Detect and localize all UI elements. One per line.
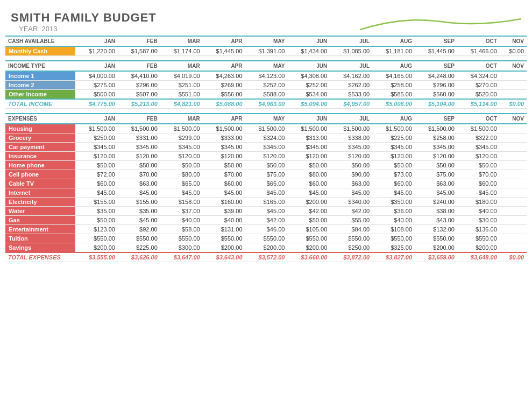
col-aug: AUG — [372, 36, 415, 46]
other-income-label: Other Income — [5, 90, 75, 100]
monthly-cash-feb: $1,587.00 — [118, 46, 160, 56]
col-may: MAY — [245, 36, 288, 46]
col-jan: JAN — [75, 36, 118, 46]
cash-available-label: CASH AVAILABLE — [5, 36, 75, 46]
expense-label-10: Gas — [5, 216, 75, 225]
expense-row-housing: Housing$1,500.00$1,500.00$1,500.00$1,500… — [5, 124, 527, 133]
income1-label: Income 1 — [5, 71, 75, 81]
other-income-row: Other Income $500.00 $507.00 $551.00 $55… — [5, 90, 527, 100]
total-income-row: TOTAL INCOME $4,775.00 $5,213.00 $4,821.… — [5, 99, 527, 109]
expenses-table: EXPENSES JAN FEB MAR APR MAY JUN JUL AUG… — [5, 113, 527, 262]
expense-row-cell-phone: Cell phone$72.00$70.00$80.00$70.00$75.00… — [5, 170, 527, 179]
col-oct: OCT — [457, 36, 500, 46]
monthly-cash-row: Monthly Cash $1,220.00 $1,587.00 $1,174.… — [5, 46, 527, 56]
expenses-label: EXPENSES — [5, 114, 75, 124]
expense-label-4: Home phone — [5, 161, 75, 170]
total-expenses-row: TOTAL EXPENSES$3,555.00$3,626.00$3,647.0… — [5, 252, 527, 262]
expense-label-3: Insurance — [5, 152, 75, 161]
monthly-cash-label: Monthly Cash — [5, 46, 75, 56]
expense-row-gas: Gas$50.00$45.00$40.00$40.00$42.00$50.00$… — [5, 216, 527, 225]
expense-label-6: Cable TV — [5, 179, 75, 188]
col-feb: FEB — [118, 36, 160, 46]
expense-row-internet: Internet$45.00$45.00$45.00$45.00$45.00$4… — [5, 188, 527, 198]
monthly-cash-oct: $1,466.00 — [457, 46, 500, 56]
monthly-cash-aug: $1,181.00 — [372, 46, 415, 56]
col-mar: MAR — [160, 36, 203, 46]
expense-label-1: Grocery — [5, 133, 75, 143]
expense-label-11: Entertainment — [5, 225, 75, 234]
income-header: INCOME TYPE JAN FEB MAR APR MAY JUN JUL … — [5, 61, 527, 71]
income2-label: Income 2 — [5, 81, 75, 90]
page: SMITH FAMILY BUDGET YEAR: 2013 CASH AVAI… — [5, 5, 527, 262]
expense-label-13: Savings — [5, 243, 75, 253]
expense-row-tuition: Tuition$550.00$550.00$550.00$550.00$550.… — [5, 234, 527, 243]
monthly-cash-jun: $1,434.00 — [287, 46, 330, 56]
income1-row: Income 1 $4,000.00 $4,410.00 $4,019.00 $… — [5, 71, 527, 81]
expense-row-grocery: Grocery$250.00$331.00$299.00$333.00$324.… — [5, 133, 527, 143]
col-sep: SEP — [415, 36, 457, 46]
expense-label-9: Water — [5, 207, 75, 216]
monthly-cash-jan: $1,220.00 — [75, 46, 118, 56]
expense-row-water: Water$35.00$35.00$37.00$39.00$45.00$42.0… — [5, 207, 527, 216]
expense-row-home-phone: Home phone$50.00$50.00$50.00$50.00$50.00… — [5, 161, 527, 170]
expense-row-electricity: Electricity$155.00$155.00$158.00$160.00$… — [5, 198, 527, 207]
expense-row-entertainment: Entertainment$123.00$92.00$58.00$131.00$… — [5, 225, 527, 234]
expense-label-2: Car payment — [5, 143, 75, 152]
expense-label-7: Internet — [5, 188, 75, 198]
col-nov: NOV — [500, 36, 527, 46]
header: SMITH FAMILY BUDGET YEAR: 2013 — [5, 5, 527, 36]
monthly-cash-mar: $1,174.00 — [160, 46, 203, 56]
decorative-curve — [360, 13, 521, 35]
monthly-cash-may: $1,391.00 — [245, 46, 288, 56]
monthly-cash-apr: $1,445.00 — [203, 46, 245, 56]
total-income-label: TOTAL INCOME — [5, 99, 75, 109]
cash-available-header: CASH AVAILABLE JAN FEB MAR APR MAY JUN J… — [5, 36, 527, 46]
income-type-label: INCOME TYPE — [5, 61, 75, 71]
expense-row-car-payment: Car payment$345.00$345.00$345.00$345.00$… — [5, 143, 527, 152]
expense-label-8: Electricity — [5, 198, 75, 207]
expense-label-5: Cell phone — [5, 170, 75, 179]
cash-available-table: CASH AVAILABLE JAN FEB MAR APR MAY JUN J… — [5, 36, 527, 56]
expenses-header: EXPENSES JAN FEB MAR APR MAY JUN JUL AUG… — [5, 114, 527, 124]
monthly-cash-jul: $1,085.00 — [330, 46, 372, 56]
col-apr: APR — [203, 36, 245, 46]
income-table: INCOME TYPE JAN FEB MAR APR MAY JUN JUL … — [5, 60, 527, 109]
monthly-cash-nov: $0.00 — [500, 46, 527, 56]
expense-label-0: Housing — [5, 124, 75, 133]
col-jun: JUN — [287, 36, 330, 46]
expense-label-12: Tuition — [5, 234, 75, 243]
expense-row-savings: Savings$200.00$225.00$300.00$200.00$200.… — [5, 243, 527, 253]
monthly-cash-sep: $1,445.00 — [415, 46, 457, 56]
col-jul: JUL — [330, 36, 372, 46]
expense-row-insurance: Insurance$120.00$120.00$120.00$120.00$12… — [5, 152, 527, 161]
income2-row: Income 2 $275.00 $296.00 $251.00 $269.00… — [5, 81, 527, 90]
expense-row-cable-tv: Cable TV$60.00$63.00$65.00$60.00$65.00$6… — [5, 179, 527, 188]
